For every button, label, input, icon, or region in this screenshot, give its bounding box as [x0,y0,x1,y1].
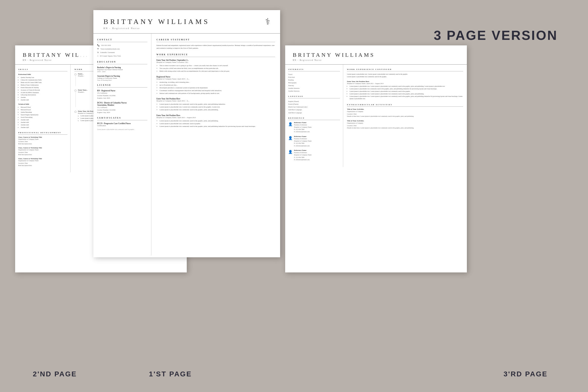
job-bullets-4: Lorem ipsum is placeholder text commonly… [156,120,275,128]
p3-work-entry-2: Enter Your Job Position Here Hospital or… [347,80,463,100]
interest-another-1: Another Interests [288,87,340,90]
job-bullets-3: Lorem ipsum is placeholder text commonly… [156,103,275,111]
edu-school-2: College or University Name [97,77,147,79]
contact-title: Contact [97,39,147,42]
cert-detail-1: Certification [97,125,147,126]
job-bullets-2: monitoring, recording, and evaluating da… [156,81,275,95]
edu-degree-2: Associate Degree in Nursing [97,75,147,77]
location-icon: ⌂ [97,55,98,57]
interest-travel: Travel [288,73,340,76]
career-statement-section: Career Statement Patient-focused and emp… [156,39,275,50]
edu-entry-1: Bachelor's Degree in Nursing Regional Ci… [97,66,147,72]
interest-reading: Reading [288,78,340,81]
dev-detail-3: Organization or Company NameLocation | D… [18,159,67,166]
cert-title-1: PCCN - Progressive Care Certified Nurse [97,122,147,125]
dev-entry-3: Class, Course or Workshop Title Organiza… [18,158,67,166]
reference-section: Reference 👤 Reference Name Position of r… [288,117,340,161]
job-title-4: Enter Your Job Position Here [156,114,275,117]
license-title: License [97,84,147,88]
work-entry-3: Enter Your Job Position Here Hospital or… [156,98,275,111]
p1-name: BRITTANY WILLIAMS [103,18,210,26]
p2-job-title-1: Enter... [78,73,84,75]
extracurricular-title: Extracurricular Activities [347,104,463,107]
career-statement-text: Patient-focused and empathetic registere… [156,44,275,50]
career-statement-title: Career Statement [156,39,275,42]
contact-address: ⌂ 20 Cooper Square, New York. [97,55,147,57]
p3-header: BRITTANY WILLIAMS RN - Registered Nurse [285,45,467,65]
professional-skills-list: Quality Nursing Care Clinical & Communic… [18,76,67,101]
job-title-1: Enter Your Job Position | September 2... [156,59,275,61]
lang-more-2: Add More Language [288,111,340,114]
professional-development-title: Professional Development [18,132,67,135]
p2-job-company-1: Hospita... [78,75,84,77]
timeline-dot-2 [74,90,76,92]
p3-job-company-2: Hospital or Company Name | April 2011 – … [347,82,463,84]
contact-section: Contact 📞 555 555 5555 ✉ Youre-mail@myem… [97,39,147,57]
interests-title: Interests [288,68,340,71]
contact-phone: 📞 555 555 5555 [97,44,147,46]
education-title: Education [97,61,147,64]
skills-title: Skills [18,68,67,71]
ref-entry-2: 👤 Reference Name Position of referenceHo… [288,135,340,147]
lorem-placeholder: Lorem ipsum is placeholder text commonly… [97,128,147,130]
p3-work-title: Work Experience Continued [347,68,463,71]
lang-more-1: Add More Language [288,108,340,111]
language-title: Language [288,95,340,98]
job-company-1: Hospital or Company Name | Location, Cit… [156,61,275,63]
extra-title-1: Title of Your Activities [347,108,463,110]
extra-detail-1: Organization or CompanyLocation | DateDe… [347,110,463,117]
certificates-section: Certificates PCCN - Progressive Care Cer… [97,117,147,130]
person-icon-2: 👤 [288,136,292,140]
page-1: BRITTANY WILLIAMS RN - Registered Nurse … [93,10,280,257]
job-company-4: Hospital or Company Name | April 2011 – … [156,117,275,119]
p2-job-title-2: Enter Your... [78,89,88,91]
dev-entry-2: Class, Course or Workshop Title Organiza… [18,147,67,156]
license-entry-1: RN - Registered Nurse US, CaliforniaLice… [97,90,147,100]
work-entry-4: Enter Your Job Position Here Hospital or… [156,114,275,128]
work-experience-section: Work Experience Enter Your Job Position … [156,53,275,128]
extra-entry-1: Title of Your Activities Organization or… [347,108,463,117]
work-experience-title: Work Experience [156,53,275,57]
edu-degree-1: Bachelor's Degree in Nursing [97,66,147,69]
p1-right-col: Career Statement Patient-focused and emp… [151,34,280,256]
lic-title-2: DCNA - District of Columbia NursesAssoci… [97,102,147,106]
ref-name-2: Reference Name [294,135,312,137]
job-company-3: Hospital or Company Name | April 2011 – … [156,100,275,102]
lang-french: French (Fluent) [288,103,340,105]
work-entry-2: Registered Nurse Hospital or Company Nam… [156,76,275,95]
caduceus-icon: ⚕ [265,16,270,27]
skill-another: Another [21,96,67,99]
skill-lifesaving: Lifesaving Interventions [21,94,67,96]
p3-work-section: Work Experience Continued Lorem ipsum is… [347,68,463,100]
edu-entry-2: Associate Degree in Nursing College or U… [97,75,147,81]
extracurricular-section: Extracurricular Activities Title of Your… [347,104,463,129]
page-3: BRITTANY WILLIAMS RN - Registered Nurse … [285,45,467,272]
timeline-dot-1 [74,73,76,75]
interest-another-2: Another Interests [288,90,340,92]
job-bullets-1: This is where recruiter's eye is going t… [156,64,275,73]
professional-development-section: Professional Development Class, Course o… [18,132,67,167]
ref-entry-1: 👤 Reference Name Position of referenceHo… [288,122,340,133]
ref-detail-1: Position of referenceHospital or Company… [294,124,312,133]
dev-title-3: Class, Course or Workshop Title [18,158,67,159]
skill-another-skill: Another skill [21,99,67,101]
p1-subtitle: RN - Registered Nurse [103,27,210,30]
p3-subtitle: RN - Registered Nurse [293,59,459,61]
edu-year-2: Year of Passing Here [97,79,147,81]
p3-left-col: Interests Travel Exercised Reading Photo… [285,65,343,167]
skills-section: Skills Professional Skills Quality Nursi… [18,68,67,129]
professional-skills-title: Professional Skills [18,73,67,75]
job-company-2: Hospital or Company Name | April 2015 – … [156,78,275,80]
edu-school-1: Regional City Rural Clinical School [97,69,147,71]
license-entry-2: DCNA - District of Columbia NursesAssoci… [97,102,147,114]
job-title-3: Enter Your Job Position Here [156,98,275,100]
job-title-2: Registered Nurse [156,76,275,78]
version-label: 3 Page Version [434,28,558,43]
language-section: Language English (Fluent) French (Fluent… [288,95,340,114]
p3-job-title-2: Enter Your Job Position Here [347,80,463,82]
certificates-title: Certificates [97,117,147,120]
ref-detail-3: Position of referenceHospital or Company… [294,151,312,161]
dev-detail-2: Organization or Company NameLocation | D… [18,149,67,156]
dev-title-2: Class, Course or Workshop Title [18,147,67,149]
p3-name: BRITTANY WILLIAMS [293,52,459,58]
